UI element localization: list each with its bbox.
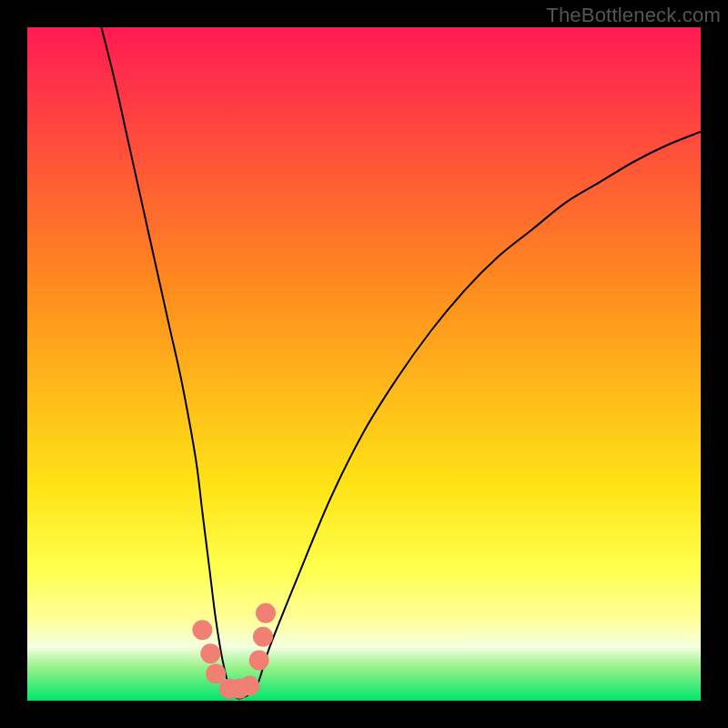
gradient-background — [27, 27, 701, 701]
chart-frame: TheBottleneck.com — [0, 0, 728, 728]
chart-plot-area — [27, 27, 701, 701]
curve-marker — [200, 643, 220, 663]
curve-marker — [206, 663, 226, 683]
curve-marker — [256, 603, 276, 623]
chart-svg — [27, 27, 701, 701]
curve-marker — [239, 676, 259, 696]
curve-marker — [253, 627, 273, 647]
watermark-text: TheBottleneck.com — [546, 4, 721, 27]
curve-marker — [249, 651, 269, 671]
curve-marker — [192, 620, 212, 640]
